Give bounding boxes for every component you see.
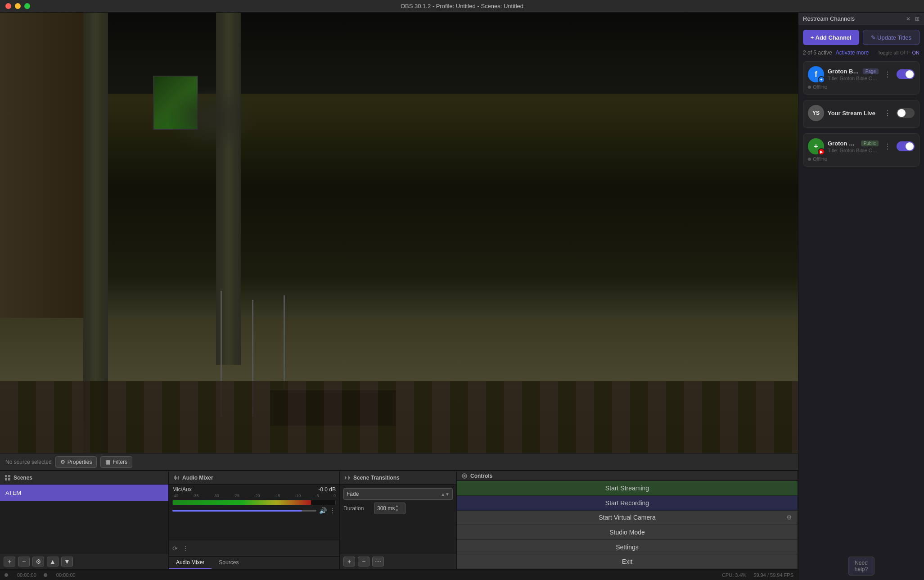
channel-yt-avatar: + ▶: [808, 138, 824, 154]
obs-area: No source selected ⚙ Properties ▦ Filter…: [0, 13, 798, 580]
duration-spinner[interactable]: ▲ ▼: [395, 504, 402, 513]
tab-audio-mixer[interactable]: Audio Mixer: [169, 557, 212, 569]
scenes-icon: [5, 475, 11, 481]
add-channel-button[interactable]: + Add Channel: [803, 30, 859, 45]
volume-row: 🔊 ⋮: [172, 507, 336, 514]
channel-fb-badge: Page: [863, 68, 879, 74]
svg-rect-2: [5, 478, 7, 480]
transitions-content: Fade ▲▼ Duration 300 ms ▲ ▼: [340, 485, 456, 518]
audio-config-icon[interactable]: ⟳: [172, 545, 178, 552]
channel-fb-toggle[interactable]: [897, 69, 915, 79]
channel-fb-menu-icon[interactable]: ⋮: [882, 70, 893, 79]
svg-rect-3: [8, 478, 10, 480]
preview-area: [0, 13, 798, 453]
restream-status-row: 2 of 5 active Activate more Toggle all O…: [798, 50, 924, 59]
volume-slider[interactable]: [172, 510, 316, 512]
remove-transition-button[interactable]: −: [358, 557, 370, 566]
channel-yt-toggle-knob: [906, 142, 914, 150]
channel-yt-menu-icon[interactable]: ⋮: [882, 142, 893, 151]
channel-yt-header: + ▶ Groton Bible Ch... Public Title: Gro…: [808, 138, 915, 154]
svg-marker-9: [464, 475, 466, 477]
tab-sources[interactable]: Sources: [212, 557, 246, 569]
transitions-empty: [340, 518, 456, 553]
channel-ys-header: YS Your Stream Live ⋮: [808, 105, 915, 121]
meter-fill: [173, 500, 311, 505]
filters-button[interactable]: ▦ Filters: [100, 456, 132, 468]
channel-fb-status: Offline: [808, 84, 915, 90]
restream-header: Restream Channels ✕ ⊞: [798, 13, 924, 25]
filters-icon: ▦: [105, 459, 110, 465]
restream-close-button[interactable]: ✕: [906, 16, 910, 22]
channel-yt-badge: Public: [861, 140, 879, 146]
controls-panel: Controls Start Streaming Start Recording…: [457, 471, 798, 569]
duration-input[interactable]: 300 ms ▲ ▼: [374, 503, 406, 514]
chairs-area: [0, 381, 798, 453]
traffic-lights: [5, 3, 30, 9]
drum-kit: [167, 85, 257, 152]
record-time: 00:00:00: [56, 572, 76, 578]
channel-fb-name-row: Groton Bible Cha... Page: [828, 68, 879, 75]
mute-icon[interactable]: 🔊: [319, 507, 327, 514]
update-titles-button[interactable]: ✎ Update Titles: [863, 30, 920, 45]
channel-ys-menu-icon[interactable]: ⋮: [882, 109, 893, 118]
virtual-camera-gear-icon[interactable]: ⚙: [786, 514, 792, 521]
exit-button[interactable]: Exit: [457, 554, 798, 569]
audio-meter: [172, 500, 336, 505]
configure-scene-button[interactable]: ⚙: [32, 557, 44, 566]
audio-mixer-panel: Audio Mixer Mic/Aux -0.0 dB -40 -35 -30 …: [169, 471, 340, 569]
toggle-all-label: Toggle all OFF ON: [878, 50, 919, 55]
properties-button[interactable]: ⚙ Properties: [55, 456, 97, 468]
channel-db: -0.0 dB: [318, 486, 336, 493]
restream-actions: + Add Channel ✎ Update Titles: [798, 25, 924, 50]
need-help-button[interactable]: Needhelp?: [848, 557, 874, 575]
controls-header-label: Controls: [470, 473, 492, 479]
preview-image: [0, 13, 798, 453]
maximize-button[interactable]: [24, 3, 30, 9]
minimize-button[interactable]: [15, 3, 21, 9]
channel-yt-toggle[interactable]: [897, 141, 915, 151]
audio-menu-icon[interactable]: ⋮: [182, 545, 189, 552]
properties-icon: ⚙: [60, 459, 65, 465]
stage-pillar-2: [216, 13, 241, 365]
transition-select[interactable]: Fade ▲▼: [343, 488, 453, 500]
controls-header: Controls: [457, 471, 798, 481]
fps-label: 59.94 / 59.94 FPS: [753, 572, 793, 578]
channel-ys-toggle-knob: [897, 109, 906, 117]
channel-ys-name: Your Stream Live: [828, 110, 875, 117]
add-transition-button[interactable]: +: [343, 557, 355, 566]
scenes-empty-area: [0, 501, 168, 553]
settings-button[interactable]: Settings: [457, 540, 798, 555]
no-source-label: No source selected: [5, 459, 52, 465]
move-scene-up-button[interactable]: ▲: [47, 557, 59, 566]
scene-item-atem[interactable]: ATEM: [0, 485, 168, 501]
start-virtual-camera-button[interactable]: Start Virtual Camera ⚙: [457, 511, 798, 526]
select-arrow-icon: ▲▼: [441, 492, 450, 497]
add-scene-button[interactable]: +: [4, 557, 15, 566]
channel-yt-name: Groton Bible Ch...: [828, 140, 858, 147]
channel-fb-subtitle: Title: Groton Bible Chapel · May 12, 202…: [828, 76, 879, 81]
stage-ceiling-bg: [0, 13, 798, 94]
channel-ys-toggle[interactable]: [897, 108, 915, 118]
record-status-dot: [44, 573, 47, 577]
start-recording-button[interactable]: Start Recording: [457, 496, 798, 511]
svg-rect-6: [176, 477, 177, 479]
configure-transition-button[interactable]: ⋯: [372, 557, 384, 566]
channel-fb-header: f + Groton Bible Cha... Page Title: Grot…: [808, 66, 915, 82]
source-bar: No source selected ⚙ Properties ▦ Filter…: [0, 453, 798, 470]
audio-toolbar: ⟳ ⋮: [169, 540, 339, 556]
restream-dock-button[interactable]: ⊞: [915, 16, 919, 22]
close-button[interactable]: [5, 3, 11, 9]
volume-fill: [172, 510, 302, 512]
activate-more-link[interactable]: Activate more: [836, 50, 869, 56]
move-scene-down-button[interactable]: ▼: [61, 557, 73, 566]
audio-channel-mic: Mic/Aux -0.0 dB -40 -35 -30 -25 -20 -15 …: [169, 485, 339, 516]
duration-label: Duration: [343, 505, 370, 512]
audio-options-icon[interactable]: ⋮: [329, 507, 336, 514]
start-streaming-button[interactable]: Start Streaming: [457, 481, 798, 496]
active-count: 2 of 5 active: [803, 50, 832, 56]
status-bar: 00:00:00 00:00:00 CPU: 3.4% 59.94 / 59.9…: [0, 569, 798, 580]
restream-sidebar: Restream Channels ✕ ⊞ + Add Channel ✎ Up…: [798, 13, 924, 580]
remove-scene-button[interactable]: −: [18, 557, 30, 566]
channel-item-ys: YS Your Stream Live ⋮: [803, 100, 919, 128]
studio-mode-button[interactable]: Studio Mode: [457, 525, 798, 540]
